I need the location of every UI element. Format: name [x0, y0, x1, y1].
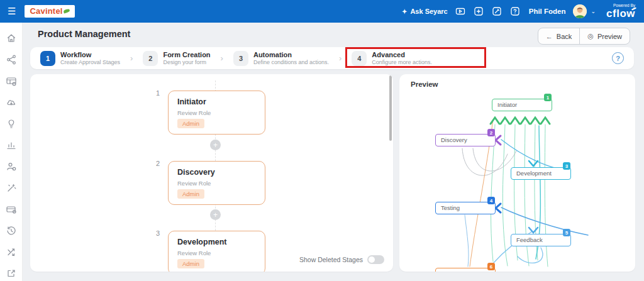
stage-card-discovery[interactable]: Discovery Review Role Admin: [168, 161, 265, 205]
sparkle-icon: ✦: [402, 8, 407, 15]
back-button-label: Back: [557, 33, 572, 40]
step-subtitle: Define conditions and actions.: [253, 59, 329, 65]
stepper-step-workflow[interactable]: 1 Workflow Create Approval Stages: [40, 51, 120, 66]
stage-title: Development: [177, 238, 265, 246]
left-sidebar: [0, 23, 23, 281]
node-number-badge: 3: [563, 162, 570, 170]
ask-seyarc-button[interactable]: ✦ Ask Seyarc: [402, 8, 448, 15]
brand-name: Cavintel: [30, 6, 62, 16]
chevron-right-icon: ›: [339, 53, 341, 63]
stepper-step-automation[interactable]: 3 Automation Define conditions and actio…: [233, 51, 329, 66]
home-icon[interactable]: [6, 33, 17, 44]
step-subtitle: Configure more actions.: [372, 59, 432, 65]
stage-role-label: Review Role: [177, 109, 265, 116]
node-number-badge: 2: [487, 129, 495, 136]
stage-role-chip: Admin: [177, 259, 204, 268]
magic-wand-icon[interactable]: [6, 182, 17, 194]
preview-panel-title: Preview: [411, 80, 438, 88]
preview-node-development[interactable]: Development: [511, 167, 571, 180]
step-title: Form Creation: [163, 51, 210, 58]
preview-eye-icon: ◎: [587, 32, 594, 40]
step-subtitle: Create Approval Stages: [60, 59, 120, 65]
node-number-badge: 1: [544, 94, 552, 101]
brand-logo: Cavintel: [25, 5, 74, 18]
node-number-badge: 6: [487, 263, 495, 270]
stage-number: 1: [156, 89, 160, 97]
leaf-icon: [63, 9, 70, 14]
show-deleted-stages-row: Show Deleted Stages: [299, 255, 384, 264]
stepper-step-advanced[interactable]: 4 Advanced Configure more actions.: [352, 51, 432, 66]
preview-panel: Preview: [399, 74, 635, 272]
step-number: 1: [40, 51, 55, 66]
back-arrow-icon: ←: [546, 33, 553, 40]
stage-role-chip: Admin: [177, 119, 204, 128]
user-avatar[interactable]: [573, 4, 587, 18]
chevron-right-icon: ›: [221, 53, 223, 63]
preview-node-testing[interactable]: Testing: [435, 202, 496, 214]
back-button[interactable]: ← Back: [538, 28, 579, 44]
dropdown-caret-icon[interactable]: ⌄: [591, 8, 596, 14]
user-settings-icon[interactable]: [6, 161, 17, 172]
page-title: Product Management: [38, 29, 130, 39]
help-icon[interactable]: [509, 6, 521, 17]
preview-button-label: Preview: [597, 33, 622, 40]
add-new-icon[interactable]: [473, 6, 484, 17]
preview-node-feedback[interactable]: Feedback: [511, 234, 571, 246]
step-title: Advanced: [372, 51, 432, 58]
node-number-badge: 5: [563, 229, 570, 236]
user-name: Phil Foden: [529, 8, 566, 15]
idea-bulb-icon[interactable]: [6, 118, 17, 129]
step-number: 3: [233, 51, 248, 66]
add-stage-button[interactable]: +: [210, 140, 221, 150]
step-number: 2: [143, 51, 158, 66]
workflow-stepper: 1 Workflow Create Approval Stages › 2 Fo…: [30, 47, 634, 69]
stage-number: 2: [156, 160, 160, 167]
stages-scrollbar[interactable]: [389, 75, 392, 141]
step-title: Automation: [253, 51, 329, 58]
top-bar: ☰ Cavintel ✦ Ask Seyarc Phil Foden: [0, 0, 644, 23]
stepper-help-icon[interactable]: ?: [612, 52, 624, 64]
stages-panel: 1 Initiator Review Role Admin + 2 Discov…: [30, 74, 393, 272]
video-demo-icon[interactable]: [455, 6, 466, 17]
preview-node-stage6[interactable]: [435, 268, 496, 272]
stage-title: Initiator: [177, 97, 265, 106]
preview-node-discovery[interactable]: Discovery: [435, 134, 496, 146]
chevron-right-icon: ›: [130, 53, 133, 63]
ask-seyarc-label: Ask Seyarc: [410, 8, 447, 15]
toggle-label: Show Deleted Stages: [299, 256, 363, 263]
stage-role-chip: Admin: [177, 189, 204, 199]
toggle-knob: [369, 256, 375, 263]
step-subtitle: Design your form: [163, 59, 210, 65]
card-settings-icon[interactable]: [6, 204, 17, 215]
stage-title: Discovery: [177, 168, 265, 177]
analytics-chart-icon[interactable]: [6, 140, 17, 151]
cloud-upload-icon[interactable]: [6, 97, 17, 108]
powered-by-logo: Powered By cflow: [606, 4, 635, 19]
add-stage-button[interactable]: +: [210, 209, 221, 220]
preview-button[interactable]: ◎ Preview: [580, 28, 630, 44]
stage-number: 3: [156, 229, 160, 237]
stage-role-label: Review Role: [177, 250, 265, 256]
stage-card-initiator[interactable]: Initiator Review Role Admin: [168, 91, 265, 135]
process-table-icon[interactable]: [6, 75, 17, 87]
share-network-icon[interactable]: [6, 54, 17, 65]
step-number: 4: [352, 51, 367, 66]
history-icon[interactable]: [6, 225, 17, 236]
integration-arrows-icon[interactable]: [6, 246, 17, 258]
external-edit-icon[interactable]: [6, 268, 17, 279]
stage-role-label: Review Role: [177, 180, 265, 187]
stepper-step-form-creation[interactable]: 2 Form Creation Design your form: [143, 51, 210, 66]
show-deleted-stages-toggle[interactable]: [367, 255, 384, 264]
step-title: Workflow: [60, 51, 120, 58]
preview-node-initiator[interactable]: Initiator: [492, 99, 552, 111]
node-number-badge: 4: [487, 197, 495, 204]
stage-card-development[interactable]: Development Review Role Admin: [168, 231, 265, 272]
edit-notes-icon[interactable]: [491, 6, 502, 17]
powered-by-brand: cflow: [606, 8, 635, 19]
menu-icon[interactable]: ☰: [8, 6, 16, 17]
header-button-group: ← Back ◎ Preview: [538, 28, 630, 45]
